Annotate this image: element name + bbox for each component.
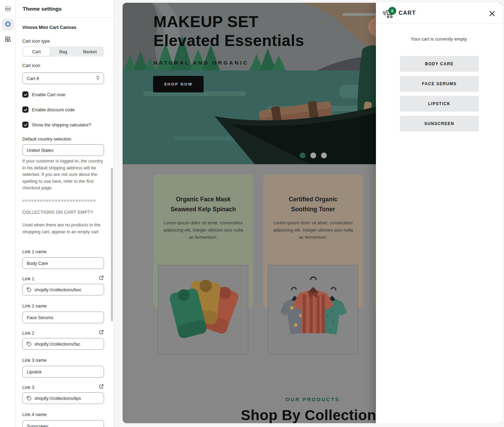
cart-icon-type-label: Cart icon type <box>22 38 104 44</box>
link-3-url-input[interactable]: shopify://collections/lips <box>22 392 104 404</box>
link-4-name-label: Link 4 name <box>22 412 104 417</box>
folded-shirts-image <box>158 265 248 354</box>
collection-button-sunscreen[interactable]: SUNSCREEN <box>400 116 479 132</box>
carousel-dot[interactable] <box>310 153 316 158</box>
checkbox-checked-icon[interactable] <box>22 106 28 113</box>
country-label: Default country selection <box>22 136 104 142</box>
settings-gear-icon <box>4 21 11 29</box>
discount-code-checkbox-row[interactable]: Enable discount code <box>22 106 104 113</box>
hero-copy: MAKEUP SET Elevated Essentials NATURAL A… <box>153 12 304 66</box>
link-2-url-input[interactable]: shopify://collections/fac <box>22 338 104 350</box>
external-link-icon[interactable] <box>99 384 104 391</box>
link-1-name-input[interactable] <box>22 257 104 269</box>
theme-settings-panel: Theme settings Vinova Mini Cart Canvas C… <box>16 0 114 427</box>
panel-title: Theme settings <box>23 6 62 12</box>
link-1-url-value: shopify://collections/boc <box>34 287 81 292</box>
cart-icon-label: Cart icon <box>22 63 104 68</box>
link-2-row: Link 2 <box>22 329 104 336</box>
editor-icon-rail <box>0 0 16 427</box>
link-2-name-label: Link 2 name <box>22 303 104 308</box>
card-title: Certified Organic Soothing Toner <box>263 194 363 214</box>
country-input[interactable] <box>22 144 104 156</box>
shop-now-button[interactable]: SHOP NOW <box>153 76 204 92</box>
hero-subtitle: NATURAL AND ORGANIC <box>153 60 304 66</box>
collections-empty-description: Used when there are no products in the s… <box>22 222 104 235</box>
link-3-label: Link 3 <box>22 385 34 390</box>
link-3-url-value: shopify://collections/lips <box>34 396 81 401</box>
select-chevrons-icon <box>95 75 100 81</box>
cart-icon-selected-value: Cart 6 <box>27 76 95 81</box>
cart-drawer-title: CART <box>399 10 416 16</box>
shipping-calculator-checkbox-row[interactable]: Show the shipping calculator? <box>22 121 104 128</box>
carousel-dot-active[interactable] <box>300 153 306 158</box>
close-icon[interactable] <box>488 10 496 17</box>
link-1-url-input[interactable]: shopify://collections/boc <box>22 284 104 295</box>
collection-button-face-serums[interactable]: FACE SERUMS <box>400 76 479 92</box>
hero-title: MAKEUP SET Elevated Essentials <box>153 12 304 50</box>
tag-icon <box>26 287 32 292</box>
collection-button-body-care[interactable]: BODY CARE <box>400 56 479 72</box>
segment-option-cart[interactable]: Cart <box>23 47 50 56</box>
checkbox-checked-icon[interactable] <box>22 91 28 98</box>
cart-count-badge: 0 <box>388 7 396 15</box>
link-4-name-input[interactable] <box>22 420 104 427</box>
discount-code-checkbox-label: Enable discount code <box>32 107 75 112</box>
external-link-icon[interactable] <box>99 275 104 282</box>
link-1-row: Link 1 <box>22 275 104 282</box>
separator-text: ========================= <box>22 198 104 203</box>
sections-tab-button[interactable] <box>2 3 14 16</box>
sections-icon <box>4 5 11 14</box>
collection-button-lipstick[interactable]: LIPSTICK <box>400 96 479 112</box>
apps-icon <box>4 36 11 44</box>
tag-icon <box>26 341 32 347</box>
link-3-name-label: Link 3 name <box>22 358 104 363</box>
cart-empty-message: Your cart is currently empty. <box>376 36 503 42</box>
external-link-icon[interactable] <box>99 329 104 336</box>
link-3-name-input[interactable] <box>22 366 104 378</box>
card-description: Lorem ipsum dolor sit amet, consectetur … <box>163 219 243 241</box>
cart-drawer-header: 0 CART <box>376 3 503 23</box>
cart-note-checkbox-row[interactable]: Enable Cart note <box>22 91 104 98</box>
panel-scrollbar-thumb[interactable] <box>111 168 113 321</box>
checkbox-checked-icon[interactable] <box>22 122 28 128</box>
shipping-calculator-checkbox-label: Show the shipping calculator? <box>32 122 91 127</box>
section-title: Vinova Mini Cart Canvas <box>22 25 104 30</box>
mini-cart-drawer: 0 CART Your cart is currently empty. BOD… <box>376 3 503 423</box>
country-help-text: If your customer is logged-in, the count… <box>22 158 104 191</box>
segment-option-basket[interactable]: Basket <box>77 47 103 56</box>
link-2-label: Link 2 <box>22 330 34 336</box>
link-3-row: Link 3 <box>22 384 104 391</box>
hanging-shirts-image <box>268 265 358 354</box>
theme-settings-tab-button[interactable] <box>2 19 14 31</box>
cart-icon-select[interactable]: Cart 6 <box>22 72 104 84</box>
cart-note-checkbox-label: Enable Cart note <box>32 92 66 97</box>
panel-header: Theme settings <box>16 0 114 18</box>
segment-option-bag[interactable]: Bag <box>50 47 77 56</box>
collections-empty-heading: COLLECTIONS ON CART EMPTY <box>22 210 104 215</box>
cart-icon-type-segmented-control: Cart Bag Basket <box>22 46 104 57</box>
link-1-name-label: Link 1 name <box>22 249 104 254</box>
link-2-name-input[interactable] <box>22 312 104 323</box>
link-2-url-value: shopify://collections/fac <box>34 341 80 347</box>
card-title: Organic Face Mask Seaweed Kelp Spinach <box>153 194 253 214</box>
tag-icon <box>26 396 32 401</box>
theme-preview-frame: MAKEUP SET Elevated Essentials NATURAL A… <box>123 3 503 423</box>
link-1-label: Link 1 <box>22 276 34 281</box>
carousel-dot[interactable] <box>321 153 327 158</box>
cart-collection-buttons: BODY CARE FACE SERUMS LIPSTICK SUNSCREEN <box>376 56 503 132</box>
card-description: Lorem ipsum dolor sit amet, consectetur … <box>273 219 353 241</box>
app-embeds-tab-button[interactable] <box>2 34 14 46</box>
